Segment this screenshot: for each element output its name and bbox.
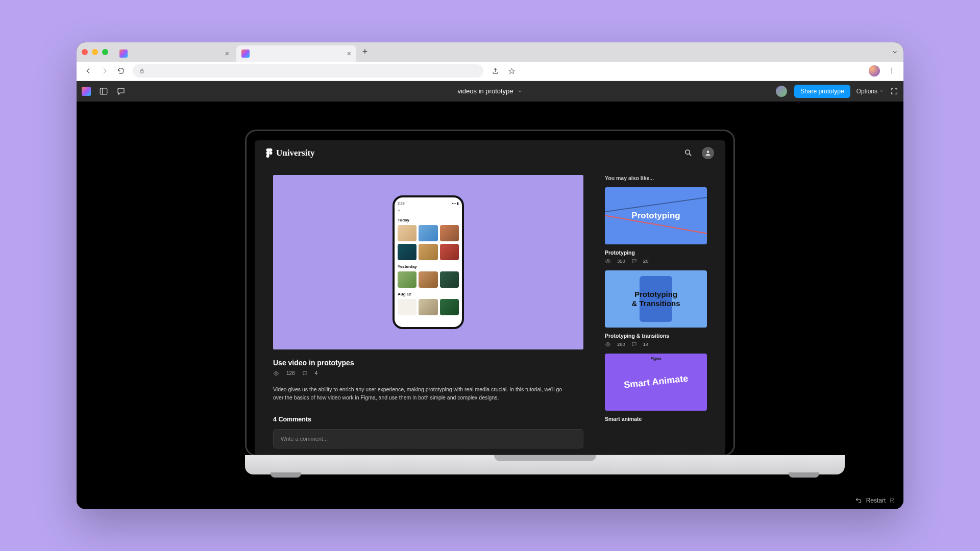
collaborator-avatar[interactable] xyxy=(775,85,788,98)
minimize-window-button[interactable] xyxy=(92,49,98,55)
url-field[interactable] xyxy=(133,64,483,78)
restart-arrow-icon xyxy=(855,497,862,504)
views-count: 128 xyxy=(286,370,295,376)
svg-point-3 xyxy=(891,72,892,73)
svg-point-11 xyxy=(607,260,609,262)
restart-bar: Restart R xyxy=(855,497,894,504)
browser-tab-1[interactable]: × xyxy=(114,45,234,62)
university-app: University 3:29••• ▮ xyxy=(255,140,725,455)
browser-menu-button[interactable] xyxy=(887,67,896,74)
document-title[interactable]: videos in prototype xyxy=(457,87,513,95)
university-logo[interactable]: University xyxy=(266,148,315,158)
video-title: Use video in prototypes xyxy=(273,359,583,367)
comments-icon xyxy=(302,370,308,376)
views-count: 350 xyxy=(617,258,625,264)
main-content: 3:29••• ▮ ≡ Today Yesterday Aug 12 xyxy=(273,175,583,445)
figma-favicon-icon xyxy=(119,49,128,58)
video-description: Video gives us the ability to enrich any… xyxy=(273,386,569,402)
thumbnail: Figma Smart Animate xyxy=(605,354,707,411)
video-stats: 128 4 xyxy=(273,370,583,377)
thumbnail: Prototyping & Transitions xyxy=(605,270,707,328)
comments-count: 4 xyxy=(315,370,318,376)
card-title: Prototyping & transitions xyxy=(605,333,707,339)
svg-rect-4 xyxy=(100,88,107,94)
share-prototype-button[interactable]: Share prototype xyxy=(794,85,850,98)
phone-time: 3:29 xyxy=(398,202,405,206)
tab-strip: × × + xyxy=(77,42,903,62)
close-window-button[interactable] xyxy=(82,49,88,55)
comments-count: 14 xyxy=(643,341,649,347)
laptop-notch xyxy=(462,131,518,140)
comments-icon xyxy=(631,258,637,264)
sidebar-card-prototyping[interactable]: Prototyping Prototyping 350 20 xyxy=(605,187,707,264)
share-icon[interactable] xyxy=(491,67,500,75)
search-button[interactable] xyxy=(684,148,693,157)
comment-input[interactable]: Write a comment... xyxy=(273,429,583,448)
lock-icon xyxy=(139,68,145,74)
options-menu[interactable]: Options xyxy=(856,88,884,95)
phone-status-icons: ••• ▮ xyxy=(452,202,459,206)
section-label: Yesterday xyxy=(398,264,459,269)
back-button[interactable] xyxy=(84,67,93,75)
svg-point-1 xyxy=(891,68,892,69)
svg-point-6 xyxy=(270,152,273,155)
svg-line-8 xyxy=(690,154,692,156)
sidebar-heading: You may also like... xyxy=(605,175,707,181)
prototype-stage: University 3:29••• ▮ xyxy=(77,102,903,509)
traffic-lights xyxy=(82,49,108,55)
svg-point-9 xyxy=(707,151,709,153)
svg-point-12 xyxy=(607,343,609,345)
card-title: Prototyping xyxy=(605,249,707,256)
restart-button[interactable]: Restart xyxy=(866,497,886,504)
svg-rect-0 xyxy=(140,71,143,73)
comments-heading: 4 Comments xyxy=(273,416,583,423)
card-title: Smart animate xyxy=(605,416,707,422)
figma-toolbar: videos in prototype Share prototype Opti… xyxy=(77,81,903,102)
sidebar-card-transitions[interactable]: Prototyping & Transitions Prototyping & … xyxy=(605,270,707,347)
hamburger-icon: ≡ xyxy=(398,208,459,214)
laptop-mockup: University 3:29••• ▮ xyxy=(245,130,735,474)
chevron-down-icon[interactable] xyxy=(518,89,523,94)
section-label: Today xyxy=(398,218,459,222)
phone-mockup: 3:29••• ▮ ≡ Today Yesterday Aug 12 xyxy=(393,195,464,329)
comments-icon xyxy=(631,341,637,347)
fullscreen-icon[interactable] xyxy=(890,87,898,95)
browser-window-frame: × × + xyxy=(77,42,903,509)
sidebar-toggle-icon[interactable] xyxy=(99,87,108,96)
close-tab-icon[interactable]: × xyxy=(347,49,351,58)
svg-point-7 xyxy=(685,150,690,155)
close-tab-icon[interactable]: × xyxy=(225,49,229,58)
views-count: 280 xyxy=(617,341,625,347)
svg-point-2 xyxy=(891,70,892,71)
chevron-down-icon xyxy=(879,89,884,93)
reload-button[interactable] xyxy=(116,67,126,75)
browser-tab-2-active[interactable]: × xyxy=(236,45,356,62)
figma-glyph-icon xyxy=(266,148,273,158)
comments-count: 20 xyxy=(643,258,649,264)
thumbnail: Prototyping xyxy=(605,187,707,244)
bookmark-icon[interactable] xyxy=(507,67,516,75)
recommendations-sidebar: You may also like... Prototyping Prototy… xyxy=(605,175,707,445)
views-icon xyxy=(605,258,611,264)
user-avatar[interactable] xyxy=(702,147,714,159)
video-hero[interactable]: 3:29••• ▮ ≡ Today Yesterday Aug 12 xyxy=(273,175,583,349)
comments-icon[interactable] xyxy=(116,87,126,96)
profile-avatar[interactable] xyxy=(869,65,880,77)
sidebar-card-smart-animate[interactable]: Figma Smart Animate Smart animate xyxy=(605,354,707,422)
brand-text: University xyxy=(276,148,315,158)
laptop-base xyxy=(245,455,845,474)
maximize-window-button[interactable] xyxy=(102,49,108,55)
views-icon xyxy=(605,341,611,347)
tabs-menu-button[interactable] xyxy=(891,48,898,56)
forward-button[interactable] xyxy=(100,67,109,75)
restart-shortcut-key: R xyxy=(890,497,894,504)
views-icon xyxy=(273,370,279,377)
figma-logo-icon[interactable] xyxy=(82,87,91,96)
section-label: Aug 12 xyxy=(398,292,459,296)
svg-point-10 xyxy=(276,372,277,374)
address-bar xyxy=(77,62,903,81)
figma-favicon-icon xyxy=(241,49,250,58)
university-header: University xyxy=(255,140,725,166)
new-tab-button[interactable]: + xyxy=(358,46,372,57)
